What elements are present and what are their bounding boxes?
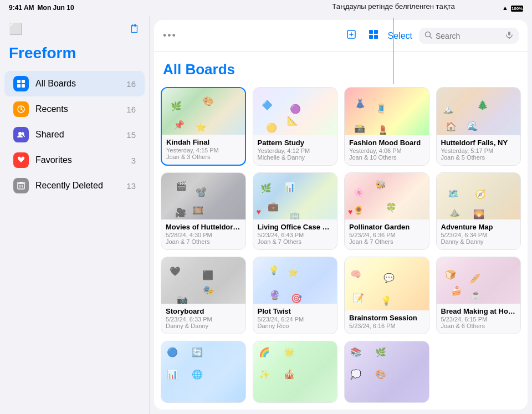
- shared-label: Shared: [35, 130, 120, 140]
- board-members-2: Michelle & Danny: [258, 154, 333, 161]
- svg-rect-0: [17, 80, 21, 83]
- favorites-label: Favorites: [35, 155, 125, 165]
- board-card-2[interactable]: 🔷🟣🟡📐Pattern StudyYesterday, 4:12 PMMiche…: [253, 87, 338, 166]
- board-date-7: 5/23/24, 6:36 PM: [349, 232, 424, 238]
- board-info-6: Living Office Case Study5/23/24, 6:43 PM…: [253, 219, 337, 249]
- all-boards-label: All Boards: [35, 79, 120, 89]
- board-info-2: Pattern StudyYesterday, 4:12 PMMichelle …: [253, 135, 337, 165]
- svg-rect-13: [19, 182, 23, 183]
- board-date-3: Yesterday, 4:06 PM: [349, 147, 424, 154]
- board-members-10: Danny Rico: [258, 323, 333, 329]
- favorite-heart-6: ♥: [257, 207, 261, 216]
- board-card-5[interactable]: 🎬📽️🎥🎞️Movies of Hutteldorf Fa...5/28/24,…: [161, 172, 246, 250]
- svg-point-7: [18, 132, 22, 135]
- board-date-5: 5/28/24, 4:30 PM: [166, 232, 241, 238]
- board-card-11[interactable]: 🧠💬📝💡Brainstorm Session5/23/24, 6:16 PM: [344, 257, 429, 334]
- tooltip-area: Таңдаулы ретінде белгіленген тақта: [255, 0, 532, 33]
- board-info-4: Hutteldorf Falls, NYYesterday, 5:17 PMJo…: [437, 135, 521, 165]
- board-thumbnail-12: 🍞🥖🍰☕: [437, 257, 521, 304]
- board-thumbnail-6: 🌿📊💼🏢♥: [253, 173, 337, 219]
- sidebar-title: Freeform: [0, 40, 149, 71]
- svg-point-8: [22, 132, 24, 135]
- sidebar-header: ⬜ 🗒: [0, 22, 149, 40]
- svg-line-6: [21, 109, 23, 110]
- board-date-1: Yesterday, 4:15 PM: [166, 147, 241, 154]
- board-date-12: 5/23/24, 6:15 PM: [441, 316, 516, 323]
- main-header-left: •••: [163, 30, 177, 42]
- content-title-bar: All Boards: [154, 52, 528, 83]
- board-members-3: Joan & 10 Others: [349, 154, 424, 161]
- new-board-icon[interactable]: 🗒: [129, 23, 140, 35]
- board-thumbnail-10: 💡⭐🔮🎯: [253, 257, 337, 304]
- board-date-10: 5/23/24, 6:24 PM: [258, 316, 333, 323]
- board-info-5: Movies of Hutteldorf Fa...5/28/24, 4:30 …: [161, 219, 245, 249]
- svg-rect-2: [17, 84, 21, 88]
- board-card-7[interactable]: 🌸🐝🌻🍀♥Pollinator Garden5/23/24, 6:36 PMJo…: [344, 172, 429, 250]
- sidebar-item-recents[interactable]: Recents 16: [4, 96, 145, 122]
- board-name-6: Living Office Case Study: [258, 223, 333, 231]
- dots-menu[interactable]: •••: [163, 30, 177, 42]
- board-date-8: 5/23/24, 6:34 PM: [441, 232, 516, 238]
- board-card-1[interactable]: 🌿🎨📌⭐Kindah FinalYesterday, 4:15 PMJoan &…: [161, 87, 246, 166]
- recents-icon: [13, 101, 29, 117]
- recents-count: 16: [126, 105, 136, 114]
- board-name-4: Hutteldorf Falls, NY: [441, 139, 516, 147]
- board-name-7: Pollinator Garden: [349, 223, 424, 231]
- board-info-12: Bread Making at Home5/23/24, 6:15 PMJoan…: [437, 304, 521, 334]
- recently-deleted-count: 13: [126, 181, 136, 191]
- board-members-1: Joan & 3 Others: [166, 154, 241, 160]
- board-members-9: Danny & Danny: [166, 323, 241, 329]
- sidebar-item-shared[interactable]: Shared 15: [4, 122, 145, 147]
- svg-rect-3: [22, 84, 25, 88]
- board-thumbnail-partial-1: 🌈🌟✨🎪: [253, 341, 337, 402]
- board-card-9[interactable]: 🖤⬛📷🎭Storyboard5/23/24, 6:33 PMDanny & Da…: [161, 257, 246, 334]
- board-card-partial-0[interactable]: 🔵🔄📊🌐: [161, 341, 246, 403]
- sidebar-toggle-icon[interactable]: ⬜: [9, 22, 23, 35]
- board-card-partial-1[interactable]: 🌈🌟✨🎪: [253, 341, 338, 403]
- board-card-8[interactable]: 🗺️🧭⛰️🌄Adventure Map5/23/24, 6:34 PMDanny…: [436, 172, 521, 250]
- board-thumbnail-2: 🔷🟣🟡📐: [253, 88, 337, 135]
- svg-line-22: [430, 37, 432, 39]
- board-thumbnail-9: 🖤⬛📷🎭: [161, 257, 245, 304]
- board-info-9: Storyboard5/23/24, 6:33 PMDanny & Danny: [161, 304, 245, 334]
- favorites-icon: [13, 152, 29, 168]
- svg-rect-20: [374, 35, 378, 39]
- board-card-10[interactable]: 💡⭐🔮🎯Plot Twist5/23/24, 6:24 PMDanny Rico: [253, 257, 338, 334]
- svg-rect-1: [22, 80, 25, 83]
- board-thumbnail-partial-0: 🔵🔄📊🌐: [161, 341, 245, 402]
- boards-grid: 🌿🎨📌⭐Kindah FinalYesterday, 4:15 PMJoan &…: [154, 83, 528, 410]
- board-members-12: Joan & 6 Others: [441, 323, 516, 329]
- main-content: ••• Sel: [154, 20, 528, 410]
- board-name-1: Kindah Final: [166, 138, 241, 146]
- board-thumbnail-3: 👗🧵📸💄: [345, 88, 429, 135]
- recents-label: Recents: [35, 104, 120, 114]
- sidebar-item-recently-deleted[interactable]: Recently Deleted 13: [4, 173, 145, 198]
- board-thumbnail-5: 🎬📽️🎥🎞️: [161, 173, 245, 219]
- shared-count: 15: [126, 130, 136, 140]
- board-card-6[interactable]: 🌿📊💼🏢♥Living Office Case Study5/23/24, 6:…: [253, 172, 338, 250]
- board-members-5: Joan & 7 Others: [166, 238, 241, 245]
- board-members-4: Joan & 5 Others: [441, 154, 516, 161]
- board-card-3[interactable]: 👗🧵📸💄Fashion Mood BoardYesterday, 4:06 PM…: [344, 87, 429, 166]
- board-info-11: Brainstorm Session5/23/24, 6:16 PM: [345, 310, 429, 334]
- board-date-11: 5/23/24, 6:16 PM: [349, 323, 424, 329]
- board-name-5: Movies of Hutteldorf Fa...: [166, 223, 241, 231]
- board-thumbnail-partial-2: 📚🌿💭🎨: [345, 341, 429, 402]
- board-card-12[interactable]: 🍞🥖🍰☕Bread Making at Home5/23/24, 6:15 PM…: [436, 257, 521, 334]
- board-card-4[interactable]: 🏔️🌲🏠🌊Hutteldorf Falls, NYYesterday, 5:17…: [436, 87, 521, 166]
- all-boards-count: 16: [126, 79, 136, 89]
- recently-deleted-label: Recently Deleted: [35, 181, 120, 191]
- status-time: 9:41 AM: [9, 4, 34, 12]
- favorite-heart-7: ♥: [348, 207, 352, 216]
- board-name-12: Bread Making at Home: [441, 307, 516, 315]
- status-left: 9:41 AM Mon Jun 10: [9, 4, 74, 12]
- sidebar-item-favorites[interactable]: Favorites 3: [4, 147, 145, 173]
- tooltip-line: [393, 18, 394, 84]
- board-members-6: Joan & 7 Others: [258, 238, 333, 245]
- board-thumbnail-1: 🌿🎨📌⭐: [162, 88, 245, 135]
- board-info-7: Pollinator Garden5/23/24, 6:36 PMJoan & …: [345, 219, 429, 249]
- sidebar-item-all-boards[interactable]: All Boards 16: [4, 71, 145, 96]
- all-boards-icon: [13, 76, 29, 91]
- board-card-partial-2[interactable]: 📚🌿💭🎨: [344, 341, 429, 403]
- tooltip-text: Таңдаулы ретінде белгіленген тақта: [332, 2, 454, 11]
